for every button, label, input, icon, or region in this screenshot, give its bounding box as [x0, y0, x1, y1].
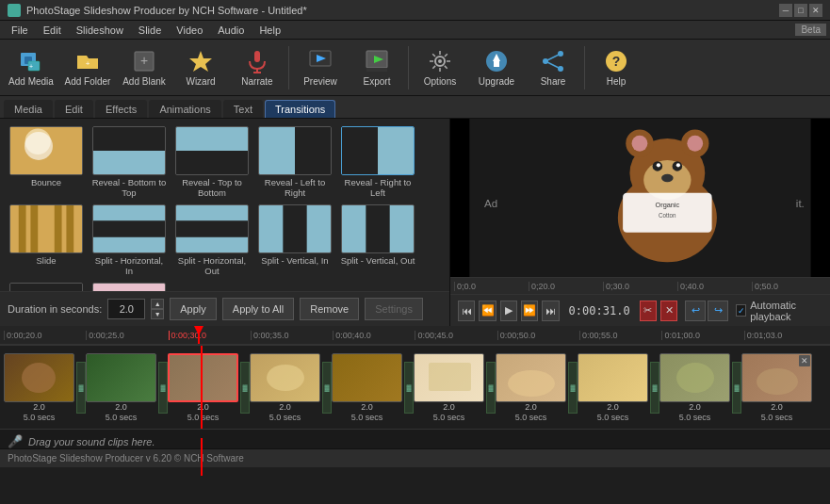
transition-reveal-tb[interactable]: Reveal - Top to Bottom — [173, 126, 251, 199]
options-label: Options — [424, 76, 456, 87]
transition-split-vo[interactable]: Split - Vertical, Out — [339, 204, 416, 277]
status-bar: PhotoStage Slideshow Producer v 6.20 © N… — [0, 448, 830, 467]
auto-playback-checkbox[interactable] — [736, 304, 746, 317]
tab-edit[interactable]: Edit — [55, 100, 93, 118]
clip-thumb-2[interactable] — [86, 353, 156, 402]
maximize-button[interactable]: □ — [794, 4, 807, 17]
transition-split-vi[interactable]: Split - Vertical, In — [256, 204, 334, 277]
wizard-button[interactable]: Wizard — [173, 42, 228, 93]
apply-all-button[interactable]: Apply to All — [222, 298, 294, 320]
transition-slide[interactable]: Slide — [8, 204, 85, 277]
share-icon — [540, 48, 566, 74]
share-button[interactable]: Share — [526, 42, 580, 93]
go-end-button[interactable]: ⏭ — [542, 301, 559, 321]
add-blank-button[interactable]: + Add Blank — [117, 42, 171, 93]
clip-thumb-9[interactable] — [659, 353, 730, 402]
clip-thumb-1[interactable] — [4, 353, 74, 402]
app-icon — [8, 4, 21, 17]
duration-input[interactable] — [107, 299, 145, 319]
menu-slideshow[interactable]: Slideshow — [69, 23, 131, 38]
delete-button[interactable]: ✕ — [660, 301, 677, 321]
upgrade-button[interactable]: Upgrade — [469, 42, 524, 93]
transition-thumb-bounce — [9, 126, 83, 175]
menu-edit[interactable]: Edit — [36, 23, 69, 38]
clip-9: 2.0 5.0 secs — [659, 353, 730, 422]
svg-text:+: + — [29, 63, 33, 70]
clip-sep-9: ▓ — [732, 362, 741, 414]
transition-split-hi[interactable]: Split - Horizontal, In — [90, 204, 168, 277]
clip-5: 2.0 5.0 secs — [332, 353, 402, 422]
options-button[interactable]: Options — [413, 42, 467, 93]
transition-reveal-rl[interactable]: Reveal - Right to Left — [339, 126, 416, 199]
menu-audio[interactable]: Audio — [210, 23, 252, 38]
transition-reveal-bt[interactable]: Reveal - Bottom to Top — [90, 126, 168, 199]
remove-button[interactable]: Remove — [300, 298, 359, 320]
transition-wipe-tb[interactable]: Wipe - Top to Bottom — [90, 283, 168, 291]
transition-wipe-bt[interactable]: Wipe - Bottom to Top — [8, 283, 85, 291]
transition-reveal-lr[interactable]: Reveal - Left to Right — [256, 126, 334, 199]
clip-thumb-5[interactable] — [332, 353, 402, 402]
tab-effects[interactable]: Effects — [95, 100, 147, 118]
svg-rect-56 — [93, 283, 165, 291]
svg-text:?: ? — [612, 54, 621, 69]
add-folder-button[interactable]: + Add Folder — [60, 42, 115, 93]
clip-thumb-4[interactable] — [250, 353, 320, 402]
clip-sep-1: ▓ — [76, 362, 86, 414]
settings-button[interactable]: Settings — [365, 298, 423, 320]
svg-rect-53 — [10, 283, 82, 291]
redo-button[interactable]: ↪ — [708, 301, 728, 321]
clip-thumb-10[interactable]: ✕ — [741, 353, 812, 402]
go-start-button[interactable]: ⏮ — [458, 301, 475, 321]
add-media-button[interactable]: + Add Media — [4, 42, 58, 93]
preview-button[interactable]: Preview — [293, 42, 348, 93]
clip-thumb-8[interactable] — [578, 353, 648, 402]
spin-down-button[interactable]: ▼ — [151, 309, 164, 319]
remove-clip-button[interactable]: ✕ — [799, 355, 810, 366]
transition-bounce[interactable]: Bounce — [8, 126, 85, 199]
svg-rect-45 — [93, 237, 165, 253]
upgrade-icon — [483, 48, 510, 74]
clip-4: 2.0 5.0 secs — [250, 353, 320, 422]
tab-animations[interactable]: Animations — [149, 100, 220, 118]
tab-text[interactable]: Text — [223, 100, 263, 118]
minimize-button[interactable]: ─ — [779, 4, 792, 17]
svg-rect-20 — [494, 61, 499, 67]
narrate-button[interactable]: Narrate — [230, 42, 285, 93]
menu-video[interactable]: Video — [169, 23, 210, 38]
clip-secs-8: 5.0 secs — [578, 413, 648, 422]
help-button[interactable]: ? Help — [589, 42, 643, 93]
upgrade-label: Upgrade — [479, 76, 514, 87]
close-button[interactable]: ✕ — [809, 4, 822, 17]
menu-file[interactable]: File — [4, 23, 36, 38]
step-fwd-button[interactable]: ⏩ — [521, 301, 538, 321]
tab-bar: Media Edit Effects Animations Text Trans… — [0, 96, 830, 119]
timeline-ruler-full: 0:00;20.0 0:00;25.0 0:00;30.0 0:00;35.0 … — [0, 326, 830, 345]
apply-button[interactable]: Apply — [170, 298, 217, 320]
title-bar-controls[interactable]: ─ □ ✕ — [779, 4, 822, 17]
svg-point-29 — [25, 129, 51, 154]
transition-split-ho[interactable]: Split - Horizontal, Out — [173, 204, 251, 277]
menu-help[interactable]: Help — [252, 23, 288, 38]
mic-icon: 🎤 — [8, 434, 23, 448]
transition-thumb-split-hi — [92, 204, 166, 253]
cut-button[interactable]: ✂ — [640, 301, 657, 321]
clip-thumb-6[interactable] — [414, 353, 484, 402]
main-area: Bounce Reveal - Bottom to Top Reveal - T… — [0, 119, 830, 326]
ruler-marks-preview: 0;0.0 0;20.0 0;30.0 0;40.0 0;50.0 — [454, 282, 826, 291]
clip-thumb-3[interactable] — [168, 353, 238, 402]
export-button[interactable]: Export — [350, 42, 404, 93]
transition-thumb-wipe-tb — [92, 283, 166, 291]
undo-button[interactable]: ↩ — [685, 301, 706, 321]
menu-slide[interactable]: Slide — [131, 23, 169, 38]
svg-rect-77 — [429, 363, 471, 391]
play-button[interactable]: ▶ — [500, 301, 517, 321]
tab-media[interactable]: Media — [4, 100, 53, 118]
svg-point-17 — [438, 59, 442, 63]
svg-text:+: + — [86, 59, 90, 68]
timeline-track[interactable]: 2.0 5.0 secs ▓ 2.0 5.0 secs ▓ 2.0 5.0 se… — [0, 346, 830, 429]
add-blank-label: Add Blank — [122, 76, 166, 87]
spin-up-button[interactable]: ▲ — [151, 299, 164, 309]
step-back-button[interactable]: ⏪ — [479, 301, 496, 321]
tab-transitions[interactable]: Transitions — [265, 100, 335, 118]
clip-thumb-7[interactable] — [496, 353, 566, 402]
